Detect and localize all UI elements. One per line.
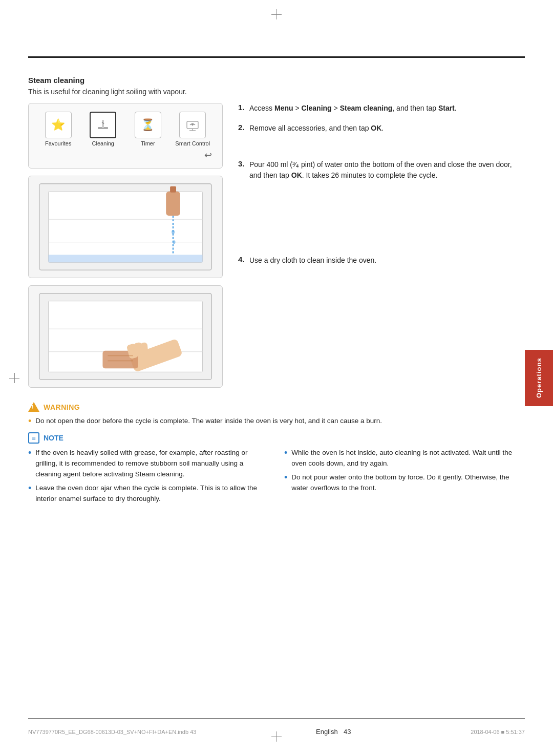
note-col-right: • While the oven is hot inside, auto cle… <box>284 448 525 508</box>
timer-icon-box: ⏳ <box>135 112 161 138</box>
warning-header: WARNING <box>28 402 525 412</box>
svg-rect-25 <box>140 342 148 355</box>
note-text-3: While the oven is hot inside, auto clean… <box>291 448 525 469</box>
footer-timestamp: 2018-04-06 ■ 5:51:37 <box>471 729 525 735</box>
menu-item-timer: ⏳ Timer <box>131 112 165 146</box>
favourites-label: Favourites <box>45 140 71 146</box>
cleaning-svg-icon <box>95 117 111 133</box>
crosshair-left-icon <box>9 373 19 383</box>
svg-point-6 <box>192 124 193 125</box>
page: Steam cleaning This is useful for cleani… <box>0 0 553 756</box>
warning-triangle-icon <box>28 402 39 412</box>
smart-control-label: Smart Control <box>175 140 210 146</box>
oven-cloth-illustration <box>28 285 223 388</box>
warning-label: WARNING <box>44 403 80 411</box>
note-bullet-3: • While the oven is hot inside, auto cle… <box>284 448 525 469</box>
footer-language: English <box>316 728 338 736</box>
cleaning-label: Cleaning <box>92 140 114 146</box>
timer-label: Timer <box>141 140 155 146</box>
cleaning-icon-box <box>90 112 116 138</box>
warning-bullet-1: • Do not open the door before the cycle … <box>28 416 525 426</box>
menu-item-smart-control: Smart Control <box>175 112 210 146</box>
step-2-num: 2. <box>238 123 249 132</box>
step-2-text: Remove all accessories, and then tap OK. <box>249 123 384 134</box>
svg-point-15 <box>172 230 175 234</box>
warning-section: WARNING • Do not open the door before th… <box>28 402 525 426</box>
warning-bullet-dot: • <box>28 416 31 426</box>
note-col-left: • If the oven is heavily soiled with gre… <box>28 448 269 508</box>
note-text-2: Leave the oven door ajar when the cycle … <box>35 483 269 505</box>
note-bullet-2: • Leave the oven door ajar when the cycl… <box>28 483 269 505</box>
note-header: ≡ NOTE <box>28 432 525 444</box>
back-arrow-icon: ↩ <box>204 150 212 161</box>
menu-ui-box: ⭐ Favourites <box>28 103 223 169</box>
step-1-num: 1. <box>238 103 249 112</box>
oven-water-svg <box>29 176 222 278</box>
step-1-text: Access Menu > Cleaning > Steam cleaning,… <box>249 103 457 114</box>
note-text-1: If the oven is heavily soiled with greas… <box>35 448 269 480</box>
svg-rect-13 <box>170 186 176 193</box>
footer-page-number: 43 <box>344 728 351 736</box>
note-dot-4: • <box>284 473 287 482</box>
step-3: 3. Pour 400 ml (³⁄₄ pint) of water onto … <box>238 159 525 181</box>
smart-control-icon-box <box>179 112 206 138</box>
step-3-text: Pour 400 ml (³⁄₄ pint) of water onto the… <box>249 159 525 181</box>
bottom-divider <box>28 718 525 719</box>
favourites-icon-box: ⭐ <box>45 112 72 138</box>
svg-point-16 <box>173 240 176 244</box>
svg-rect-12 <box>166 192 180 216</box>
note-bullet-1: • If the oven is heavily soiled with gre… <box>28 448 269 480</box>
operations-side-tab: Operations <box>525 350 553 406</box>
footer: NV7739770R5_EE_DG68-00613D-03_SV+NO+FI+D… <box>28 728 525 736</box>
note-section: ≡ NOTE • If the oven is heavily soiled w… <box>28 432 525 508</box>
step-4: 4. Use a dry cloth to clean inside the o… <box>238 255 525 266</box>
smart-control-svg <box>185 117 200 133</box>
step-4-num: 4. <box>238 255 249 264</box>
note-label: NOTE <box>44 434 63 442</box>
svg-rect-11 <box>49 255 203 262</box>
note-dot-1: • <box>28 448 31 457</box>
crosshair-top-icon <box>271 9 282 19</box>
footer-filename: NV7739770R5_EE_DG68-00613D-03_SV+NO+FI+D… <box>28 729 196 735</box>
note-dot-3: • <box>284 448 287 457</box>
menu-icons-row: ⭐ Favourites <box>34 109 217 150</box>
note-icon: ≡ <box>28 432 39 444</box>
warning-text-1: Do not open the door before the cycle is… <box>35 416 382 426</box>
note-bullet-4: • Do not pour water onto the bottom by f… <box>284 472 525 494</box>
section-subtitle: This is useful for cleaning light soilin… <box>28 88 525 96</box>
step-1: 1. Access Menu > Cleaning > Steam cleani… <box>238 103 525 114</box>
menu-item-cleaning: Cleaning <box>86 112 120 146</box>
main-layout: ⭐ Favourites <box>28 103 525 395</box>
side-tab-container: Operations <box>525 350 553 406</box>
footer-center: English 43 <box>316 728 351 736</box>
step-4-text: Use a dry cloth to clean inside the oven… <box>249 255 376 266</box>
menu-item-favourites: ⭐ Favourites <box>41 112 76 146</box>
oven-cloth-svg <box>29 286 222 387</box>
note-text-4: Do not pour water onto the bottom by for… <box>291 472 525 494</box>
top-divider <box>28 56 525 58</box>
step-2: 2. Remove all accessories, and then tap … <box>238 123 525 134</box>
step-3-num: 3. <box>238 159 249 168</box>
main-content: Steam cleaning This is useful for cleani… <box>28 67 525 712</box>
back-arrow: ↩ <box>34 150 217 163</box>
note-dot-2: • <box>28 484 31 493</box>
note-bullets-layout: • If the oven is heavily soiled with gre… <box>28 448 525 508</box>
section-title: Steam cleaning <box>28 76 525 85</box>
illustrations-col: ⭐ Favourites <box>28 103 223 395</box>
oven-water-illustration <box>28 176 223 278</box>
steps-col: 1. Access Menu > Cleaning > Steam cleani… <box>238 103 525 395</box>
